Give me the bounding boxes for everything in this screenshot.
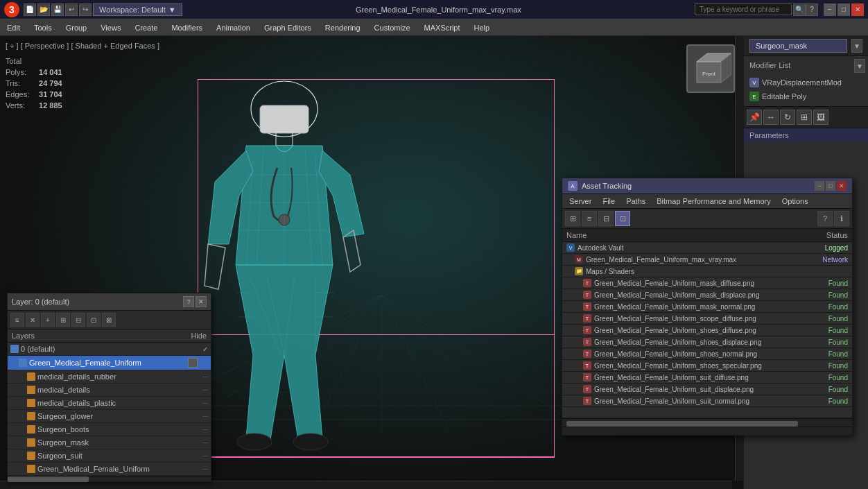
menu-edit[interactable]: Edit [0,19,27,35]
maximize-button[interactable]: □ [837,3,850,16]
asset-status-11: Found [799,374,848,381]
menu-views[interactable]: Views [94,19,128,35]
object-dropdown-btn[interactable]: ▼ [851,39,862,53]
layer-item-9[interactable]: Green_Medical_Female_Uniform ⋯ [8,463,211,476]
asset-row-5[interactable]: T Green_Medical_Female_Uniform_mask_norm… [562,301,852,313]
asset-scrollbar-thumb[interactable] [566,421,798,427]
polys-label: Polys: [6,67,37,78]
pin-tool[interactable]: 📌 [747,110,762,125]
minimize-button[interactable]: − [824,3,836,16]
layer-checkbox-1[interactable] [188,358,198,368]
new-icon[interactable]: 📄 [24,3,36,16]
layer-tool-3[interactable]: ⊞ [56,313,70,327]
asset-row-3[interactable]: T Green_Medical_Female_Uniform_mask_diff… [562,277,852,289]
nav-cube-svg: Front [690,48,731,89]
asset-row-11[interactable]: T Green_Medical_Female_Uniform_suit_diff… [562,372,852,384]
layer-tool-add[interactable]: + [41,313,55,327]
modifier-item-editpoly[interactable]: E Editable Poly [747,89,865,103]
menu-create[interactable]: Create [128,19,164,35]
scale-tool[interactable]: ⊞ [797,110,812,125]
layers-help-btn[interactable]: ? [183,296,194,307]
layer-item-0[interactable]: 0 (default) ✓ [8,343,211,356]
asset-row-8[interactable]: T Green_Medical_Female_Uniform_shoes_dis… [562,336,852,348]
layers-close-btn[interactable]: ✕ [196,296,207,307]
asset-menu-options[interactable]: Options [779,196,811,207]
rotate-tool[interactable]: ↻ [780,110,795,125]
layer-item-6[interactable]: Surgeon_boots ⋯ [8,423,211,436]
max-icon: M [575,255,583,264]
menu-help[interactable]: Help [467,19,497,35]
layer-item-3[interactable]: medical_details ⋯ [8,384,211,397]
layer-tool-5[interactable]: ⊡ [87,313,101,327]
menu-tools[interactable]: Tools [27,19,59,35]
modifier-item-vray[interactable]: V VRayDisplacementMod [747,76,865,89]
asset-help-icon[interactable]: ? [817,211,833,226]
search-icon[interactable]: 🔍 [793,3,806,16]
asset-tool-2[interactable]: ≡ [582,211,597,226]
asset-status-9: Found [799,350,848,358]
open-icon[interactable]: 📂 [37,3,50,16]
asset-menu-server[interactable]: Server [566,196,594,207]
asset-menu-file[interactable]: File [600,196,618,207]
asset-menu-bitmap[interactable]: Bitmap Performance and Memory [654,196,773,207]
asset-tool-3[interactable]: ⊟ [598,211,614,226]
asset-panel-maximize[interactable]: □ [826,181,835,191]
texture-icon-10: T [583,361,591,370]
move-tool[interactable]: ↔ [763,110,779,125]
layer-item-7[interactable]: Surgeon_mask ⋯ [8,436,211,449]
layer-item-4[interactable]: medical_details_plastic ⋯ [8,397,211,410]
asset-panel-close[interactable]: ✕ [837,181,847,191]
search-input[interactable] [695,3,792,15]
layer-item-1[interactable]: Green_Medical_Female_Uniform ⋯ [8,356,211,370]
asset-scrollbar-h[interactable] [562,418,852,427]
asset-row-9[interactable]: T Green_Medical_Female_Uniform_shoes_nor… [562,348,852,360]
asset-menu-paths[interactable]: Paths [623,196,648,207]
workspace-dropdown[interactable]: Workspace: Default ▼ [93,3,182,16]
asset-row-6[interactable]: T Green_Medical_Female_Uniform_scope_dif… [562,313,852,325]
layers-scrollbar[interactable] [8,476,211,481]
undo-icon[interactable]: ↩ [65,3,78,16]
asset-row-2[interactable]: 📁 Maps / Shaders [562,266,852,277]
asset-info-icon[interactable]: ℹ [834,211,849,226]
layer-tool-delete[interactable]: ✕ [26,313,40,327]
menu-customize[interactable]: Customize [367,19,417,35]
layer-item-8[interactable]: Surgeon_suit ⋯ [8,449,211,463]
asset-row-4[interactable]: T Green_Medical_Female_Uniform_mask_disp… [562,289,852,301]
layers-panel: Layer: 0 (default) ? ✕ ≡ ✕ + ⊞ ⊟ ⊡ ⊠ Lay… [7,293,211,482]
asset-row-10[interactable]: T Green_Medical_Female_Uniform_shoes_spe… [562,360,852,372]
svg-point-16 [293,434,328,450]
asset-tool-1[interactable]: ⊞ [565,211,580,226]
render-tool[interactable]: 🖼 [813,110,828,125]
asset-tool-4[interactable]: ⊡ [615,211,630,226]
asset-row-13[interactable]: T Green_Medical_Female_Uniform_suit_norm… [562,395,852,407]
layer-item-5[interactable]: Surgeon_glower ⋯ [8,410,211,423]
layer-icon-4 [27,399,35,407]
asset-row-12[interactable]: T Green_Medical_Female_Uniform_suit_disp… [562,384,852,395]
vray-mod-icon: V [749,78,759,87]
asset-status-8: Found [799,338,848,346]
layer-tool-4[interactable]: ⊟ [71,313,85,327]
asset-row-0[interactable]: V Autodesk Vault Logged [562,242,852,254]
menu-group[interactable]: Group [59,19,94,35]
modifier-list-dropdown[interactable]: ▼ [854,59,865,73]
layer-tool-6[interactable]: ⊠ [102,313,116,327]
asset-panel-minimize[interactable]: − [815,181,824,191]
menu-graph-editors[interactable]: Graph Editors [257,19,318,35]
menu-modifiers[interactable]: Modifiers [164,19,209,35]
asset-row-1[interactable]: M Green_Medical_Female_Uniform_max_vray.… [562,254,852,266]
layers-scrollbar-thumb[interactable] [8,477,89,482]
layer-tool-1[interactable]: ≡ [10,313,24,327]
save-icon[interactable]: 💾 [51,3,64,16]
asset-status-0: Logged [799,244,848,252]
close-button[interactable]: ✕ [851,3,864,16]
menu-animation[interactable]: Animation [209,19,257,35]
menu-maxscript[interactable]: MAXScript [417,19,467,35]
navigation-cube[interactable]: Front [686,44,735,93]
layer-item-2[interactable]: medical_details_rubber ⋯ [8,370,211,384]
asset-scrollbar-2[interactable] [562,427,852,435]
redo-icon[interactable]: ↪ [79,3,92,16]
asset-row-7[interactable]: T Green_Medical_Female_Uniform_shoes_dif… [562,325,852,336]
menu-rendering[interactable]: Rendering [318,19,367,35]
help-icon[interactable]: ? [806,3,818,16]
object-name-field[interactable]: Surgeon_mask [749,39,847,53]
